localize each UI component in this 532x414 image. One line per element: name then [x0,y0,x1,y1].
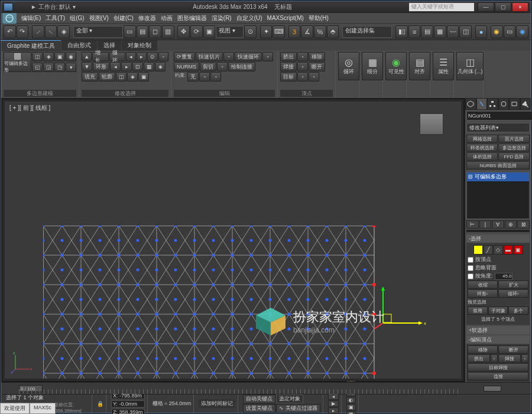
rb-r4[interactable]: ▦ [144,62,154,71]
grow-txt[interactable]: 增长 [92,52,108,61]
spinner-snap-button[interactable]: ⬘ [327,25,339,38]
transform-gizmo[interactable]: x z [374,285,427,338]
vert-ext-opt[interactable]: ▫ [491,354,498,363]
prev-multi[interactable]: 多个 [508,307,528,315]
rb-r1[interactable]: ◂ [110,62,121,71]
align-btn[interactable]: ▤对齐 [409,52,430,80]
sub-poly-sel[interactable]: 多边形选择 [498,144,530,152]
grow-btn[interactable]: ▲ [82,52,92,61]
rb-l4[interactable]: ▫ [158,52,168,61]
rb-5[interactable]: ◱ [32,63,43,72]
cut-btn[interactable]: 剪切 [200,62,216,71]
rb-3[interactable]: ▣ [54,52,65,61]
mirror-button[interactable]: ▮▯ [395,25,408,38]
play-next[interactable]: ▸ [328,408,339,414]
rb-e1[interactable]: ▫ [223,52,234,61]
scale-button[interactable]: ▣ [203,25,216,38]
refcoord-dropdown[interactable]: 视图 ▾ [216,26,244,38]
rb-v3[interactable]: ▫ [297,72,308,82]
cmdtab-create[interactable] [465,98,476,110]
loop-txt[interactable]: 循环 [109,52,125,61]
subobj-edge[interactable]: ╱ [484,245,493,255]
move-button[interactable]: ✥ [177,25,190,38]
qloop-btn[interactable]: 快速循环 [235,52,262,61]
target-weld[interactable]: 目标焊接 [468,363,528,371]
maxscript-tab-listener[interactable]: MAXSc [30,403,56,414]
rb-r2[interactable]: ▸ [121,62,132,71]
prop-btn[interactable]: ☰属性 [433,52,454,80]
ribtab-objpaint[interactable]: 对象绘制 [122,40,157,51]
cmdtab-hierarchy[interactable] [487,98,498,110]
vert-extrude[interactable]: 挤出 [468,354,490,363]
rb-l1[interactable]: ◂ [126,52,136,61]
epoly-button[interactable]: ▦可编辑多边形 [4,52,31,72]
select-button[interactable]: ▭ [124,25,136,38]
prev-off[interactable]: 禁用 [468,307,488,315]
rb-c2[interactable]: ▫ [210,72,221,82]
asnap-button[interactable]: ∡ [301,25,313,38]
selection-filter[interactable]: 全部 ▾ [73,26,124,38]
menu-group[interactable]: 组(G) [67,14,86,22]
link-button[interactable]: ⟋ [32,25,44,38]
redo-button[interactable]: ↷ [17,25,29,38]
shrink-btn[interactable]: ▼ [82,62,92,71]
vert-weld-opt[interactable]: ▫ [521,354,528,363]
stack-config[interactable]: ⊠ [517,220,530,229]
mesh-object[interactable] [43,226,386,381]
timeline-ruler[interactable] [19,389,460,394]
ribbon-toggle[interactable]: ▦ [434,25,446,38]
vbreak-btn[interactable]: 断开 [309,62,325,71]
subd-btn[interactable]: ▦细分 [362,52,383,80]
snap-button[interactable]: 3 [288,25,301,38]
stack-unique[interactable]: ∀ [492,220,504,229]
ring-btn2[interactable]: 环形▫ [468,289,498,298]
rb-6[interactable]: ◲ [43,63,54,72]
unlink-button[interactable]: ⟍ [45,25,57,38]
nav-fov[interactable]: ◐ [346,397,356,403]
cmdtab-modify[interactable] [476,98,488,110]
named-sets[interactable]: 创建选择集 [342,26,392,38]
stack-pin[interactable]: ⊢ [466,220,479,229]
align-button[interactable]: ≡ [408,25,421,38]
menu-help[interactable]: 帮助(H) [306,14,331,22]
vis-btn[interactable]: ◉可见性 [385,52,407,80]
rb-e3[interactable]: ▫ [217,62,228,71]
rb-r5[interactable]: ◈ [155,62,166,71]
shrink-sel-btn[interactable]: 收缩 [468,281,498,289]
menu-modifiers[interactable]: 修改器 [136,14,158,22]
vweld-btn[interactable]: 焊接 [280,62,297,71]
manip-button[interactable]: ✦ [260,25,273,38]
vtarg-btn[interactable]: 目标 [280,72,297,82]
vext-btn[interactable]: 挤出 [280,52,297,61]
qslice-btn[interactable]: 快速切片 [196,52,223,61]
sub-vol-sel[interactable]: 体积选择 [466,152,498,161]
schematic-button[interactable]: ◫ [459,25,472,38]
subobj-polygon[interactable]: ▬ [504,245,513,255]
pivot-button[interactable]: ⊙ [244,25,257,38]
repeat-btn[interactable]: ⟳ 重复 [174,52,195,61]
menu-grapheditors[interactable]: 图形编辑器 [175,14,209,22]
app-menu-icon[interactable] [4,3,13,11]
window-crossing-button[interactable]: ▥ [162,25,174,38]
rb-l2[interactable]: ▸ [137,52,147,61]
sub-ffd-sel[interactable]: FFD 选择 [498,152,530,161]
trackbar-slider[interactable] [484,386,501,392]
bind-button[interactable]: ◈ [57,25,70,38]
ring-txt[interactable]: 环形 [93,62,109,71]
setkey-btn[interactable]: 设置关键点 [243,404,275,413]
viewcube[interactable] [420,113,443,135]
psnap-button[interactable]: % [314,25,326,38]
menu-create[interactable]: 创建(C) [111,14,136,22]
geom-btn[interactable]: ◫几何体 (...) [456,52,484,80]
rollout-editvert[interactable]: - 编辑顶点 [466,335,530,344]
viewport[interactable]: [ + ][ 前 ][ 线框 ] [2,99,463,381]
keymode-button[interactable]: ⌨ [273,25,285,38]
coord-y[interactable]: Y: -0.0mm [111,400,145,408]
fill-btn[interactable]: 填充 [82,72,98,82]
menu-animation[interactable]: 动画 [158,14,175,22]
rb-4[interactable]: ◉ [66,52,76,61]
ribtab-freeform[interactable]: 自由形式 [61,40,97,51]
application-icon[interactable] [2,13,17,24]
stack-remove[interactable]: ⊕ [505,220,517,229]
close-button[interactable]: × [512,2,528,12]
